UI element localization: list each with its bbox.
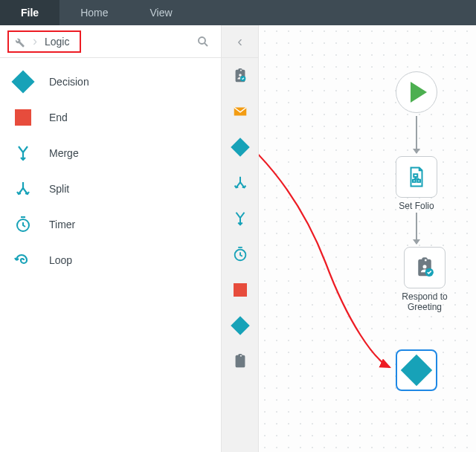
rail-mail[interactable] <box>222 94 259 129</box>
stencil-panel: › Logic Decision End Merge Split <box>0 25 222 452</box>
stencil-timer[interactable]: Timer <box>0 207 221 242</box>
decision-icon <box>231 316 249 335</box>
annotation-arrow <box>259 25 476 452</box>
svg-rect-7 <box>417 180 420 182</box>
split-icon <box>14 180 32 198</box>
stencil-label: Loop <box>49 254 72 266</box>
svg-rect-5 <box>414 174 417 177</box>
rail-merge[interactable] <box>222 201 259 236</box>
connector <box>416 116 417 153</box>
node-respond-to-greeting[interactable]: Respond to Greeting <box>396 247 454 313</box>
chevron-right-icon: › <box>33 33 37 49</box>
document-flow-icon <box>405 166 428 188</box>
split-icon <box>232 175 248 191</box>
menu-home[interactable]: Home <box>60 0 129 25</box>
breadcrumb-category: Logic <box>45 36 69 48</box>
rail-decision[interactable] <box>222 129 259 165</box>
rail-timer[interactable] <box>222 236 259 272</box>
stencil-label: Merge <box>49 147 79 159</box>
node-set-folio[interactable]: Set Folio <box>396 156 437 211</box>
breadcrumb-row: › Logic <box>0 25 221 58</box>
rail-task-2[interactable] <box>222 343 259 379</box>
node-label: Set Folio <box>399 201 434 211</box>
timer-icon <box>14 216 32 233</box>
rail-split[interactable] <box>222 165 259 201</box>
chevron-left-icon: ‹ <box>237 33 242 50</box>
workflow-canvas[interactable]: Set Folio Respond to Greeting <box>259 25 476 452</box>
search-icon <box>196 35 210 48</box>
stencil-decision[interactable]: Decision <box>0 64 221 100</box>
stencil-label: Split <box>49 183 69 195</box>
rail-end[interactable] <box>222 272 259 308</box>
merge-icon <box>232 210 248 227</box>
stencil-merge[interactable]: Merge <box>0 135 221 171</box>
stencil-list: Decision End Merge Split Timer Loop <box>0 58 221 284</box>
collapse-button[interactable]: ‹ <box>222 25 258 58</box>
stencil-split[interactable]: Split <box>0 171 221 207</box>
menu-view[interactable]: View <box>129 0 193 25</box>
node-decision[interactable] <box>396 349 437 391</box>
svg-rect-6 <box>413 180 416 182</box>
stencil-loop[interactable]: Loop <box>0 242 221 278</box>
decision-icon <box>401 355 432 386</box>
svg-line-1 <box>205 42 208 45</box>
svg-point-0 <box>199 37 205 44</box>
icon-rail: ‹ <box>222 25 259 452</box>
node-start[interactable] <box>396 71 437 113</box>
clipboard-user-icon <box>232 353 248 369</box>
stencil-label: Timer <box>49 219 75 230</box>
node-label: Respond to Greeting <box>396 291 454 313</box>
wrench-icon <box>12 35 25 48</box>
stencil-label: Decision <box>49 76 89 88</box>
menu-bar: File Home View <box>0 0 476 25</box>
loop-icon <box>14 251 32 269</box>
breadcrumb[interactable]: › Logic <box>7 30 81 53</box>
merge-icon <box>14 144 32 162</box>
end-icon <box>234 283 247 297</box>
rail-decision-2[interactable] <box>222 308 259 343</box>
decision-icon <box>231 138 249 156</box>
connector <box>416 213 417 244</box>
search-button[interactable] <box>193 31 213 52</box>
rail-task[interactable] <box>222 58 259 94</box>
decision-icon <box>11 70 34 93</box>
clipboard-user-icon <box>232 68 248 84</box>
stencil-label: End <box>49 112 68 123</box>
mail-icon <box>232 103 248 120</box>
end-icon <box>15 109 31 126</box>
timer-icon <box>232 246 248 262</box>
clipboard-user-icon <box>414 256 436 279</box>
menu-file[interactable]: File <box>0 0 60 25</box>
stencil-end[interactable]: End <box>0 100 221 135</box>
play-icon <box>411 82 427 103</box>
